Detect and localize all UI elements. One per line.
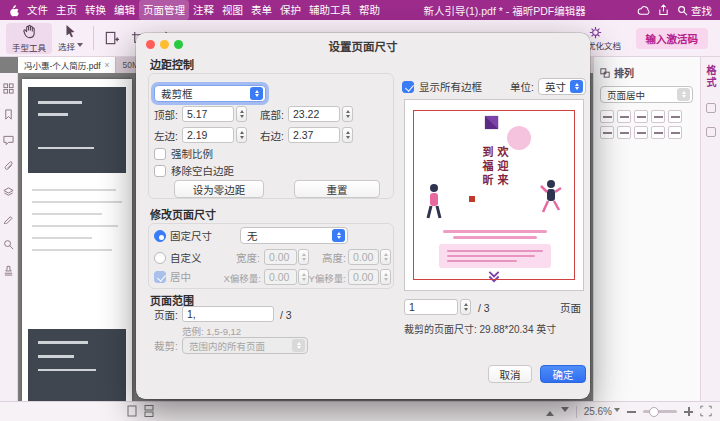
align-icon[interactable] (617, 126, 631, 139)
preview-page-field[interactable]: 1 (404, 299, 458, 315)
align-icon[interactable] (651, 126, 665, 139)
activation-code-button[interactable]: 输入激活码 (636, 28, 709, 49)
page-footer-block (28, 329, 126, 407)
comment-panel-icon[interactable] (3, 135, 14, 148)
width-field[interactable]: 0.00 (264, 249, 297, 265)
align-icon[interactable] (600, 110, 614, 123)
left-margin-stepper[interactable] (236, 127, 247, 143)
previous-page-icon[interactable] (546, 407, 554, 416)
zoom-level[interactable]: 25.6% (584, 406, 620, 417)
remove-blank-checkbox[interactable] (154, 165, 166, 177)
align-icon[interactable] (668, 110, 682, 123)
bottom-margin-field[interactable]: 23.22 (288, 106, 340, 122)
bookmark-panel-icon[interactable] (3, 109, 14, 122)
center-checkbox[interactable] (154, 271, 166, 283)
menu-help[interactable]: 帮助 (355, 0, 384, 20)
stamp-panel-icon[interactable] (3, 265, 14, 278)
cloud-icon[interactable] (637, 5, 650, 16)
top-margin-stepper[interactable] (236, 106, 247, 122)
x-offset-field[interactable]: 0.00 (264, 269, 297, 285)
menu-form[interactable]: 表单 (247, 0, 276, 20)
custom-size-radio[interactable] (154, 252, 166, 264)
width-stepper[interactable] (298, 249, 309, 265)
cancel-button[interactable]: 取消 (488, 365, 532, 383)
menu-convert[interactable]: 转换 (81, 0, 110, 20)
menu-edit[interactable]: 编辑 (110, 0, 139, 20)
menu-comment[interactable]: 注释 (189, 0, 218, 20)
thumbnails-panel-icon[interactable] (3, 83, 14, 96)
chevron-down-icon (77, 43, 83, 50)
constrain-checkbox[interactable] (154, 148, 166, 160)
tab-format[interactable]: 格式 (703, 65, 718, 89)
page-range-field[interactable]: 1, (182, 306, 274, 322)
layers-panel-icon[interactable] (3, 187, 14, 200)
zoom-in-icon[interactable] (684, 407, 693, 416)
search-panel-icon[interactable] (3, 239, 14, 252)
menu-page-management[interactable]: 页面管理 (139, 0, 189, 20)
constrain-label: 强制比例 (171, 148, 213, 161)
bottom-margin-stepper[interactable] (342, 106, 353, 122)
fullscreen-icon[interactable] (700, 405, 712, 419)
preview-page-total: / 3 (478, 302, 490, 315)
zoom-slider-knob[interactable] (649, 407, 659, 417)
menu-view[interactable]: 视图 (218, 0, 247, 20)
insert-pages-button[interactable] (98, 30, 125, 47)
right-margin-field[interactable]: 2.37 (288, 127, 340, 143)
height-field[interactable]: 0.00 (348, 249, 379, 265)
crop-scope-dropdown[interactable]: 范围内的所有页面 (182, 337, 308, 354)
page-total-label: / 3 (280, 309, 292, 322)
continuous-view-icon[interactable] (144, 405, 154, 419)
zoom-out-icon[interactable] (627, 411, 636, 413)
height-stepper[interactable] (380, 249, 391, 265)
width-label: 宽度: (228, 252, 260, 265)
panel-icon[interactable] (706, 127, 716, 137)
signature-panel-icon[interactable] (3, 213, 14, 226)
select-tool-button[interactable]: 选择 (52, 23, 89, 53)
apple-icon[interactable] (8, 4, 19, 17)
center-label: 居中 (170, 271, 191, 284)
y-offset-field[interactable]: 0.00 (348, 269, 379, 285)
left-margin-field[interactable]: 2.19 (182, 127, 234, 143)
single-page-view-icon[interactable] (127, 405, 137, 419)
app-window: 文件 主页 转换 编辑 页面管理 注释 视图 表单 保护 辅助工具 帮助 新人引… (0, 0, 720, 421)
reset-button[interactable]: 重置 (294, 180, 380, 198)
hand-tool-button[interactable]: 手型工具 (6, 23, 52, 54)
zero-margins-button[interactable]: 设为零边距 (174, 180, 264, 198)
fixed-size-radio[interactable] (154, 230, 166, 242)
menu-accessibility[interactable]: 辅助工具 (305, 0, 355, 20)
page-center-dropdown[interactable]: 页面居中 (600, 86, 693, 103)
close-icon[interactable]: × (105, 60, 110, 70)
chevron-updown-icon (292, 339, 305, 352)
menu-home[interactable]: 主页 (52, 0, 81, 20)
box-type-dropdown[interactable]: 裁剪框 (154, 85, 266, 102)
height-label: 高度: (314, 252, 346, 265)
y-offset-stepper[interactable] (380, 269, 391, 285)
doc-tab-resume[interactable]: 冯小惠-个人简历.pdf × (18, 57, 116, 73)
align-icon[interactable] (634, 110, 648, 123)
align-icon[interactable] (617, 110, 631, 123)
crop-rect[interactable] (413, 110, 575, 280)
panel-icon[interactable] (706, 103, 716, 113)
align-icon[interactable] (600, 126, 614, 139)
show-boxes-checkbox[interactable] (402, 81, 414, 93)
unit-dropdown[interactable]: 英寸 (538, 78, 586, 95)
attachment-panel-icon[interactable] (3, 161, 14, 174)
next-page-icon[interactable] (561, 407, 569, 416)
ok-button[interactable]: 确定 (540, 365, 586, 383)
align-icon[interactable] (651, 110, 665, 123)
zoom-slider[interactable] (643, 410, 677, 413)
preview-page-word: 页面 (560, 302, 581, 315)
fixed-size-dropdown[interactable]: 无 (240, 227, 348, 244)
align-icon[interactable] (634, 126, 648, 139)
share-icon[interactable] (658, 4, 669, 16)
format-panel: 排列 页面居中 (593, 57, 700, 401)
insert-page-icon (104, 31, 119, 46)
right-margin-stepper[interactable] (342, 127, 353, 143)
preview-page-stepper[interactable] (460, 299, 471, 315)
menu-protect[interactable]: 保护 (276, 0, 305, 20)
menu-file[interactable]: 文件 (23, 0, 52, 20)
chevron-down-icon (614, 408, 620, 415)
search-control[interactable]: 查找 (677, 3, 712, 18)
top-margin-field[interactable]: 5.17 (182, 106, 234, 122)
align-icon[interactable] (668, 126, 682, 139)
